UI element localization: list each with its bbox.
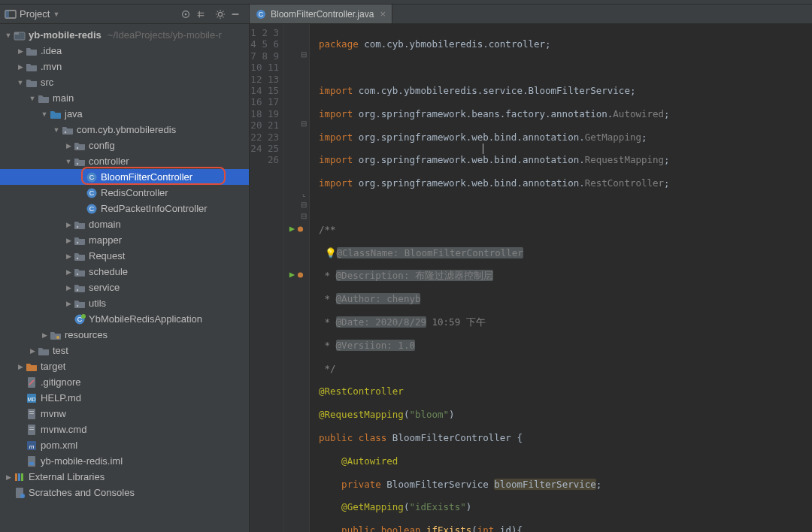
tree-item-com-cyb-ybmobileredis[interactable]: ▼com.cyb.ybmobileredis: [0, 122, 249, 138]
select-opened-file-button[interactable]: [178, 7, 193, 22]
tree-item-label: java: [65, 108, 83, 119]
editor-tab[interactable]: C BloomFilterController.java ×: [250, 5, 392, 23]
tree-item-schedule[interactable]: ▶schedule: [0, 264, 249, 280]
svg-point-4: [218, 12, 222, 16]
tree-item-controller[interactable]: ▼controller: [0, 153, 249, 169]
gutter-run-icon[interactable]: [289, 224, 304, 234]
module-icon: [14, 29, 26, 41]
tree-item-label: utils: [89, 298, 106, 309]
expand-arrow-icon[interactable]: ▼: [51, 125, 62, 135]
tree-item-ybmobileredisapplication[interactable]: ▶CYbMobileRedisApplication: [0, 311, 249, 327]
tree-item-help-md[interactable]: ▶MDHELP.md: [0, 390, 249, 406]
svg-marker-49: [289, 273, 295, 278]
tree-item-target[interactable]: ▶target: [0, 358, 249, 374]
package-icon: [74, 156, 86, 168]
expand-arrow-icon[interactable]: ▶: [63, 235, 74, 246]
expand-arrow-icon[interactable]: ▶: [15, 46, 26, 56]
tree-item-mvnw-cmd[interactable]: ▶mvnw.cmd: [0, 422, 249, 437]
tree-item-yb-mobile-redis-iml[interactable]: ▶yb-mobile-redis.iml: [0, 453, 249, 469]
gear-icon[interactable]: [213, 7, 228, 22]
svg-point-22: [77, 304, 78, 306]
tree-item-service[interactable]: ▶service: [0, 280, 249, 295]
tree-item-config[interactable]: ▶config: [0, 138, 249, 153]
expand-arrow-icon[interactable]: ▼: [3, 30, 14, 41]
tree-item-java[interactable]: ▼java: [0, 106, 249, 122]
fold-toggle-icon[interactable]: ⌞: [300, 189, 308, 197]
gutter-run-icon[interactable]: [289, 270, 304, 280]
tree-item-mapper[interactable]: ▶mapper: [0, 232, 249, 248]
tree-item-yb-mobile-redis[interactable]: ▼yb-mobile-redis~/IdeaProjects/yb-mobile…: [0, 27, 249, 43]
expand-arrow-icon[interactable]: ▶: [63, 267, 74, 277]
tree-item-label: HELP.md: [41, 392, 81, 404]
expand-arrow-icon[interactable]: ▶: [63, 283, 74, 293]
main-split: Project ▼ ▼yb-mobile-redis~/IdeaProjects…: [0, 5, 812, 532]
expand-arrow-icon[interactable]: ▶: [27, 346, 38, 356]
tree-item-bloomfiltercontroller[interactable]: ▶CBloomFilterController: [0, 169, 249, 185]
expand-arrow-icon[interactable]: ▼: [27, 93, 38, 104]
expand-arrow-icon[interactable]: ▶: [63, 141, 74, 151]
tree-item-src[interactable]: ▼src: [0, 74, 249, 90]
tree-item-test[interactable]: ▶test: [0, 343, 249, 358]
code-editor[interactable]: package com.cyb.ybmobileredis.controller…: [310, 24, 812, 532]
tree-item-resources[interactable]: ▶resources: [0, 327, 249, 343]
tree-item-main[interactable]: ▼main: [0, 90, 249, 106]
expand-arrow-icon[interactable]: ▶: [3, 472, 14, 482]
fold-toggle-icon[interactable]: ⊟: [300, 119, 308, 127]
tree-item-utils[interactable]: ▶utils: [0, 295, 249, 311]
marker-gutter[interactable]: ⊟⊟⌞⊟⊟: [284, 24, 310, 532]
tree-item-rediscontroller[interactable]: ▶CRedisController: [0, 185, 249, 201]
package-icon: [62, 124, 74, 136]
folder-icon: [26, 45, 38, 57]
intention-bulb-icon[interactable]: 💡: [325, 247, 337, 258]
expand-arrow-icon[interactable]: ▼: [39, 109, 50, 119]
svg-point-48: [298, 226, 303, 231]
fold-toggle-icon[interactable]: ⊟: [300, 201, 308, 208]
package-icon: [74, 250, 86, 262]
svg-rect-34: [29, 427, 34, 428]
hide-tool-window-button[interactable]: [228, 7, 243, 22]
tree-item-domain[interactable]: ▶domain: [0, 216, 249, 232]
gitignore-icon: [26, 376, 38, 388]
project-tool-title[interactable]: Project: [20, 8, 50, 20]
svg-rect-35: [29, 429, 34, 430]
svg-marker-47: [289, 226, 295, 231]
tree-item-external-libraries[interactable]: ▶External Libraries: [0, 469, 249, 485]
svg-rect-5: [232, 14, 239, 15]
collapse-all-button[interactable]: [193, 7, 208, 22]
chevron-down-icon[interactable]: ▼: [53, 11, 59, 18]
fold-toggle-icon[interactable]: ⊟: [300, 212, 308, 219]
tree-item-mvnw[interactable]: ▶mvnw: [0, 406, 249, 422]
tree-item-request[interactable]: ▶Request: [0, 248, 249, 264]
line-number-gutter[interactable]: 1 2 3 4 5 6 7 8 9 10 11 12 13 14 15 16 1…: [250, 24, 284, 532]
expand-arrow-icon[interactable]: ▼: [15, 77, 26, 88]
svg-point-20: [77, 273, 78, 274]
expand-arrow-icon[interactable]: ▶: [39, 330, 50, 340]
svg-point-9: [77, 147, 78, 148]
tree-item-label: pom.xml: [41, 440, 77, 451]
expand-arrow-icon[interactable]: ▶: [15, 62, 26, 72]
svg-point-25: [81, 314, 86, 319]
close-tab-button[interactable]: ×: [378, 8, 386, 20]
svg-text:C: C: [89, 205, 95, 213]
tree-item-label: yb-mobile-redis.iml: [41, 455, 123, 467]
project-tree[interactable]: ▼yb-mobile-redis~/IdeaProjects/yb-mobile…: [0, 24, 249, 500]
expand-arrow-icon[interactable]: ▼: [63, 156, 74, 167]
expand-arrow-icon[interactable]: ▶: [63, 298, 74, 309]
svg-point-44: [20, 494, 25, 498]
project-tool-header: Project ▼: [0, 5, 249, 24]
expand-arrow-icon[interactable]: ▶: [15, 361, 26, 372]
tree-item-label: RedisController: [101, 187, 168, 198]
expand-arrow-icon[interactable]: ▶: [63, 219, 74, 230]
tree-item--mvn[interactable]: ▶.mvn: [0, 59, 249, 74]
tree-item-label: yb-mobile-redis: [29, 29, 102, 41]
tree-item-scratches-and-consoles[interactable]: ▶Scratches and Consoles: [0, 485, 249, 500]
folder-src-icon: [50, 108, 62, 120]
java-class-icon: C: [256, 9, 266, 20]
fold-toggle-icon[interactable]: ⊟: [300, 50, 308, 58]
tree-item--gitignore[interactable]: ▶.gitignore: [0, 374, 249, 390]
tree-item-label: config: [89, 140, 115, 151]
tree-item-pom-xml[interactable]: ▶mpom.xml: [0, 437, 249, 453]
expand-arrow-icon[interactable]: ▶: [63, 251, 74, 261]
tree-item-redpacketinfocontroller[interactable]: ▶CRedPacketInfoController: [0, 201, 249, 216]
tree-item--idea[interactable]: ▶.idea: [0, 43, 249, 59]
